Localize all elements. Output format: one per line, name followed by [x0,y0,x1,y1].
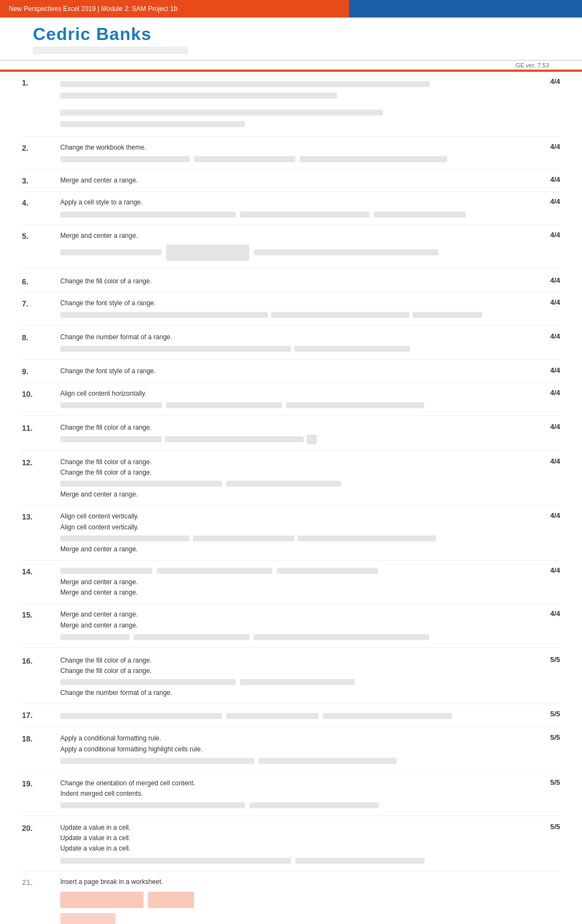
question-content: Change the font style of a range. [55,298,527,320]
score: 4/4 [527,609,560,618]
score: 5/5 [527,655,560,664]
student-name: Cedric Banks [33,24,549,44]
question-number: 10. [22,389,55,398]
question-text: Merge and center a range. [60,489,522,500]
question-number: 19. [22,778,55,788]
score: 4/4 [527,142,560,151]
blur [286,402,425,408]
blur [298,535,436,541]
blur [259,758,397,764]
question-content: Change the fill color of a range. [55,423,527,444]
blur [271,312,410,318]
score: 5/5 [527,823,560,831]
question-row: 7. Change the font style of a range. 4/4 [22,293,560,326]
question-number: 12. [22,457,55,467]
question-row: 14. Merge and center a range. Merge and … [22,561,560,604]
blur [240,679,356,685]
blur-orange [60,913,116,924]
question-text: Apply a conditional formatting rule. [60,733,522,744]
blur [166,402,282,408]
question-content: Change the number format of a range. [55,332,527,353]
question-number: 3. [22,175,55,185]
question-row: 17. 5/5 [22,704,560,727]
question-content: Update a value in a cell. Update a value… [55,823,527,865]
question-number: 16. [22,655,55,665]
question-content: Merge and center a range. [55,175,527,186]
question-number: 2. [22,142,55,152]
score: 4/4 [527,423,560,431]
blur [166,244,249,261]
question-content: Change the fill color of a range. Change… [55,655,527,699]
question-row: 19. Change the orientation of merged cel… [22,772,560,816]
blur [294,346,410,352]
score: 4/4 [527,231,560,239]
score: 4/4 [527,566,560,574]
blur [60,110,383,116]
question-number: 21. [22,877,55,887]
blur [226,481,342,487]
score: 5/5 [527,778,560,786]
question-text: Apply a cell style to a range. [60,197,522,208]
blur [60,858,291,864]
top-bar-title: New Perspectives Excel 2019 | Module 2: … [9,5,178,13]
score: 4/4 [527,389,560,397]
blur [60,249,162,255]
score: 4/4 [527,77,560,85]
question-number: 18. [22,733,55,743]
question-text: Change the orientation of merged cell co… [60,778,522,789]
score: 4/4 [527,175,560,184]
blur [226,713,318,719]
question-row: 6. Change the fill color of a range. 4/4 [22,269,560,293]
question-number: 13. [22,511,55,521]
question-text: Change the fill color of a range. [60,666,522,676]
question-row: 21. Insert a page break in a worksheet. [22,871,560,924]
question-row: 5. Merge and center a range. 4/4 [22,225,560,269]
question-number: 15. [22,609,55,619]
score: 4/4 [527,332,560,340]
question-text: Merge and center a range. [60,620,522,631]
question-text: Change the fill color of a range. [60,467,522,478]
question-text: Insert a page break in a worksheet. [60,877,522,887]
blur [60,402,162,408]
question-text: Change the workbook theme. [60,142,522,153]
question-text: Align cell content vertically. [60,522,522,533]
question-text: Merge and center a range. [60,577,522,588]
score: 5/5 [527,710,560,718]
blur [249,802,379,808]
question-text: Change the fill color of a range. [60,423,522,433]
question-content: Align cell content vertically. Align cel… [55,511,527,555]
question-content [55,710,527,721]
question-text: Merge and center a range. [60,609,522,620]
blur [60,312,268,318]
question-number: 6. [22,276,55,286]
blur [60,535,190,541]
header-blur-1 [33,47,188,54]
header-section: Cedric Banks [0,18,582,61]
question-row: 15. Merge and center a range. Merge and … [22,604,560,647]
question-row: 11. Change the fill color of a range. 4/… [22,416,560,450]
blur [295,858,425,864]
question-number: 14. [22,566,55,576]
question-content: Insert a page break in a worksheet. [55,877,527,924]
blur [374,212,466,218]
question-row: 13. Align cell content vertically. Align… [22,506,560,561]
score: 4/4 [527,298,560,306]
question-text: Apply a conditional formatting highlight… [60,744,522,755]
blur-icon [307,435,317,444]
version-line: GE ver. 7.53 [0,61,582,70]
question-text: Change the font style of a range. [60,298,522,309]
question-text: Change the number format of a range. [60,688,522,698]
question-number: 17. [22,710,55,720]
question-content: Change the font style of a range. [55,366,527,377]
blur [194,156,295,162]
question-number: 11. [22,423,55,432]
top-bar: New Perspectives Excel 2019 | Module 2: … [0,0,582,18]
score: 4/4 [527,197,560,206]
question-number: 4. [22,197,55,207]
blur [60,802,245,808]
question-text: Merge and center a range. [60,544,522,555]
score: 5/5 [527,733,560,742]
blur [134,634,249,640]
blur-orange [148,892,194,908]
question-text: Change the fill color of a range. [60,276,522,287]
